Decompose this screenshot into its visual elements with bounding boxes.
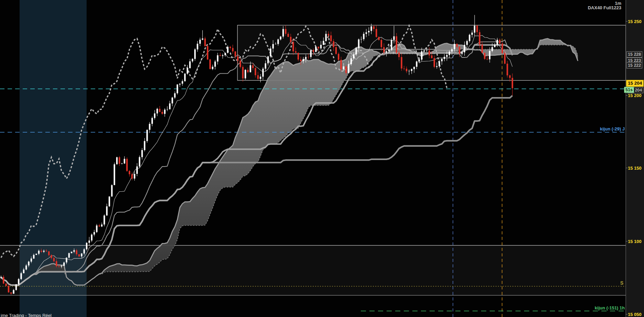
trading-chart-window: 1m DAX40 Full1223 15 250 15 200 15 150 1… — [0, 0, 644, 317]
price-chart-canvas[interactable] — [0, 0, 644, 317]
price-axis-background — [626, 0, 644, 317]
bottom-range-band — [0, 245, 626, 295]
